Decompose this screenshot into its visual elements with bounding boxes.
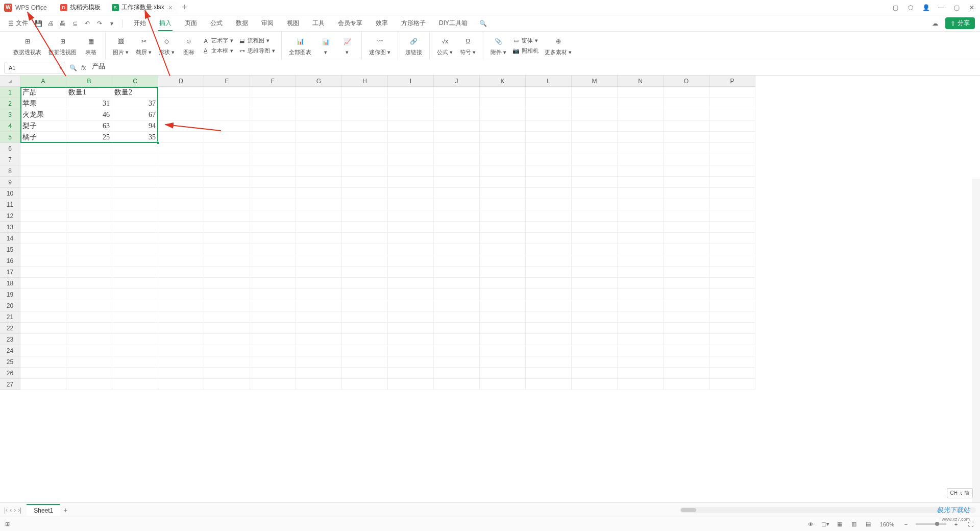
- cube-icon[interactable]: ⬡: [906, 4, 915, 12]
- cell[interactable]: [388, 334, 434, 345]
- cell[interactable]: [112, 278, 158, 289]
- cell[interactable]: [572, 379, 618, 390]
- cell[interactable]: [388, 300, 434, 311]
- cell[interactable]: [526, 233, 572, 244]
- cell[interactable]: [158, 278, 204, 289]
- cell[interactable]: [434, 278, 480, 289]
- cell[interactable]: [480, 199, 526, 210]
- cell[interactable]: [20, 210, 66, 222]
- cell[interactable]: [66, 267, 112, 278]
- cell[interactable]: [158, 267, 204, 278]
- object-button[interactable]: ▭窗体 ▾: [510, 36, 541, 45]
- cell[interactable]: [618, 278, 664, 289]
- cell[interactable]: [158, 323, 204, 334]
- cell[interactable]: [664, 177, 709, 188]
- menu-tab-插入[interactable]: 插入: [158, 16, 173, 31]
- cell[interactable]: [388, 165, 434, 177]
- cell[interactable]: [480, 267, 526, 278]
- cell[interactable]: [434, 255, 480, 267]
- cell[interactable]: [480, 177, 526, 188]
- cell[interactable]: [572, 222, 618, 233]
- row-header[interactable]: 1: [0, 87, 20, 98]
- cell[interactable]: [434, 267, 480, 278]
- row-header[interactable]: 27: [0, 379, 20, 390]
- pivot-table-button[interactable]: ⊞ 数据透视表: [10, 35, 44, 57]
- cell[interactable]: [20, 154, 66, 165]
- cell[interactable]: [66, 323, 112, 334]
- cell[interactable]: [526, 267, 572, 278]
- cell[interactable]: [709, 300, 755, 311]
- shapes-button[interactable]: ◇形状 ▾: [156, 35, 178, 57]
- menu-tab-会员专享[interactable]: 会员专享: [337, 16, 363, 31]
- cell[interactable]: [709, 356, 755, 368]
- cell[interactable]: [66, 154, 112, 165]
- sparkline-button[interactable]: 〰迷你图 ▾: [366, 35, 394, 57]
- cell[interactable]: [20, 244, 66, 255]
- cell[interactable]: [388, 177, 434, 188]
- page-layout-icon[interactable]: ▥: [849, 520, 859, 529]
- cell[interactable]: [618, 87, 664, 98]
- cell[interactable]: [526, 188, 572, 199]
- row-header[interactable]: 5: [0, 132, 20, 143]
- fx-icon[interactable]: fx: [81, 64, 86, 71]
- cell[interactable]: [342, 109, 388, 120]
- cell[interactable]: [572, 255, 618, 267]
- cell[interactable]: [618, 379, 664, 390]
- cell[interactable]: [434, 199, 480, 210]
- cell[interactable]: [250, 143, 296, 154]
- cell[interactable]: [20, 311, 66, 323]
- cell[interactable]: [388, 311, 434, 323]
- cell[interactable]: [342, 311, 388, 323]
- cell[interactable]: [66, 311, 112, 323]
- line-chart-button[interactable]: 📈▾: [337, 35, 357, 57]
- cell[interactable]: [66, 255, 112, 267]
- cell[interactable]: [664, 267, 709, 278]
- normal-view-icon[interactable]: ▦: [835, 520, 844, 529]
- cell[interactable]: [112, 199, 158, 210]
- cell[interactable]: [572, 199, 618, 210]
- cell[interactable]: [709, 368, 755, 379]
- cell[interactable]: [20, 255, 66, 267]
- cell[interactable]: [572, 345, 618, 356]
- fill-handle[interactable]: [157, 141, 160, 144]
- cell[interactable]: [388, 289, 434, 300]
- cell[interactable]: [20, 233, 66, 244]
- minimize-button[interactable]: —: [937, 4, 945, 12]
- add-sheet-button[interactable]: +: [63, 506, 67, 514]
- cell[interactable]: [112, 300, 158, 311]
- cell[interactable]: [618, 300, 664, 311]
- cell[interactable]: [112, 379, 158, 390]
- cell[interactable]: [250, 255, 296, 267]
- cell[interactable]: [296, 188, 342, 199]
- cell[interactable]: [480, 334, 526, 345]
- cell[interactable]: [250, 379, 296, 390]
- textbox-button[interactable]: A̲文本框 ▾: [200, 46, 235, 55]
- menu-tab-开始[interactable]: 开始: [133, 16, 147, 31]
- cell[interactable]: [158, 199, 204, 210]
- cell[interactable]: [112, 165, 158, 177]
- column-header[interactable]: G: [296, 76, 342, 87]
- cell[interactable]: [709, 210, 755, 222]
- cell[interactable]: [20, 300, 66, 311]
- cell[interactable]: [434, 165, 480, 177]
- cell[interactable]: [342, 87, 388, 98]
- cell[interactable]: [20, 379, 66, 390]
- cell[interactable]: [158, 120, 204, 132]
- cell[interactable]: [158, 356, 204, 368]
- cell[interactable]: [618, 177, 664, 188]
- cell[interactable]: [250, 311, 296, 323]
- menu-tab-DIY工具箱[interactable]: DIY工具箱: [438, 16, 469, 31]
- undo-icon[interactable]: ↶: [82, 18, 92, 29]
- cell[interactable]: [664, 165, 709, 177]
- cell[interactable]: [572, 356, 618, 368]
- cell[interactable]: [618, 345, 664, 356]
- cell[interactable]: [480, 132, 526, 143]
- cell[interactable]: [388, 255, 434, 267]
- cell[interactable]: [664, 300, 709, 311]
- cell[interactable]: [618, 368, 664, 379]
- prev-sheet-icon[interactable]: ‹: [10, 506, 12, 514]
- share-button[interactable]: ⇧ 分享: [945, 17, 975, 29]
- cell[interactable]: [112, 154, 158, 165]
- menu-tab-审阅[interactable]: 审阅: [260, 16, 275, 31]
- cell[interactable]: [709, 199, 755, 210]
